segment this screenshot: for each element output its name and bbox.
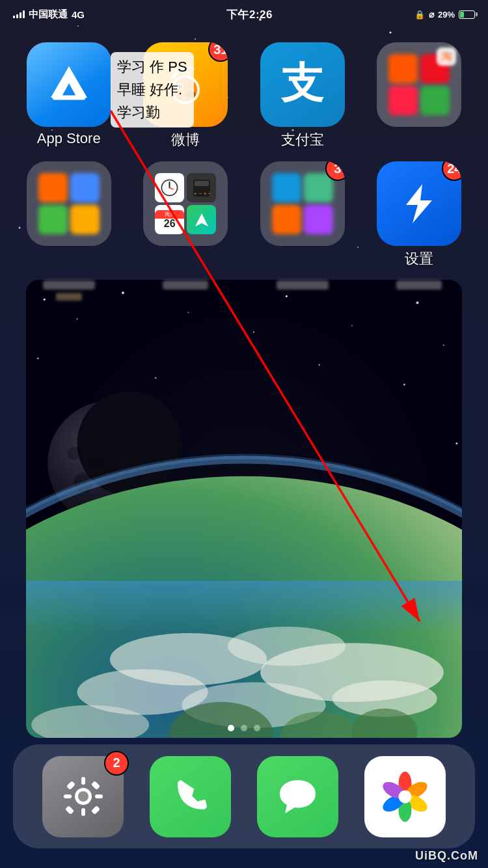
svg-point-28: [319, 364, 320, 366]
page-dot-2: [241, 725, 247, 731]
svg-point-68: [78, 791, 88, 802]
app-dingtalk[interactable]: 24 设置: [364, 161, 476, 269]
text-overlay: 学习 作 PS 早睡 好作. 学习勤: [111, 52, 194, 128]
svg-point-26: [253, 331, 254, 332]
signal-icon: [13, 10, 25, 18]
page-dot-3: [254, 725, 260, 731]
status-right: 🔒 ⌀ 29%: [414, 9, 475, 20]
app-folder2[interactable]: 3: [247, 161, 359, 269]
settings-badge: 2: [104, 751, 129, 776]
text-line-3: 学习勤: [117, 101, 187, 124]
battery-percent: 29%: [438, 10, 455, 20]
alipay-label: 支付宝: [281, 130, 324, 150]
svg-point-22: [351, 325, 353, 326]
svg-point-36: [67, 446, 80, 459]
status-bar: 中国联通 4G 下午2:26 🔒 ⌀ 29%: [0, 0, 488, 29]
dingtalk-label: 设置: [405, 249, 433, 269]
svg-rect-73: [66, 781, 75, 790]
svg-point-24: [443, 345, 444, 346]
app-utility[interactable]: ＋ − × ÷ 周六 26: [130, 161, 242, 269]
bluetooth-icon: ⌀: [429, 9, 434, 20]
text-line-2: 早睡 好作.: [117, 78, 187, 101]
carrier-label: 中国联通: [29, 8, 68, 21]
svg-point-35: [92, 458, 102, 468]
svg-point-83: [399, 790, 412, 803]
svg-point-23: [416, 301, 419, 304]
dock: 2: [13, 744, 475, 848]
svg-rect-71: [64, 794, 72, 798]
dock-photos[interactable]: [364, 756, 446, 837]
svg-rect-75: [64, 806, 74, 815]
page-dots: [0, 725, 488, 731]
svg-point-27: [155, 377, 157, 379]
app-taobao-folder[interactable]: 淘: [364, 42, 476, 150]
text-line-1: 学习 作 PS: [117, 55, 187, 78]
svg-text:＋ − × ÷: ＋ − × ÷: [193, 191, 211, 197]
watermark: UiBQ.CoM: [415, 849, 478, 863]
svg-rect-63: [195, 181, 209, 186]
svg-rect-70: [81, 808, 85, 816]
svg-point-29: [403, 383, 405, 385]
lock-icon: 🔒: [414, 10, 425, 20]
app-folder1[interactable]: [13, 161, 125, 269]
status-left: 中国联通 4G: [13, 8, 85, 21]
svg-point-20: [188, 312, 189, 313]
network-type: 4G: [72, 9, 85, 20]
svg-rect-72: [95, 794, 103, 798]
dock-phone[interactable]: [150, 756, 231, 837]
svg-rect-74: [90, 806, 100, 815]
dock-settings[interactable]: 2: [42, 756, 124, 837]
weibo-label: 微博: [171, 130, 200, 150]
svg-rect-69: [81, 777, 85, 785]
battery-icon: [459, 10, 475, 19]
svg-rect-50: [26, 581, 462, 633]
appstore-label: App Store: [37, 130, 101, 147]
svg-rect-76: [90, 781, 100, 790]
page-dot-1: [228, 725, 234, 731]
app-alipay[interactable]: 支 支付宝: [247, 42, 359, 150]
dock-messages[interactable]: [257, 756, 338, 837]
svg-point-25: [37, 357, 39, 359]
svg-point-31: [455, 442, 457, 444]
svg-text:支: 支: [280, 59, 324, 107]
app-appstore[interactable]: App Store: [13, 42, 125, 150]
svg-point-18: [77, 318, 78, 319]
time-display: 下午2:26: [226, 7, 273, 22]
